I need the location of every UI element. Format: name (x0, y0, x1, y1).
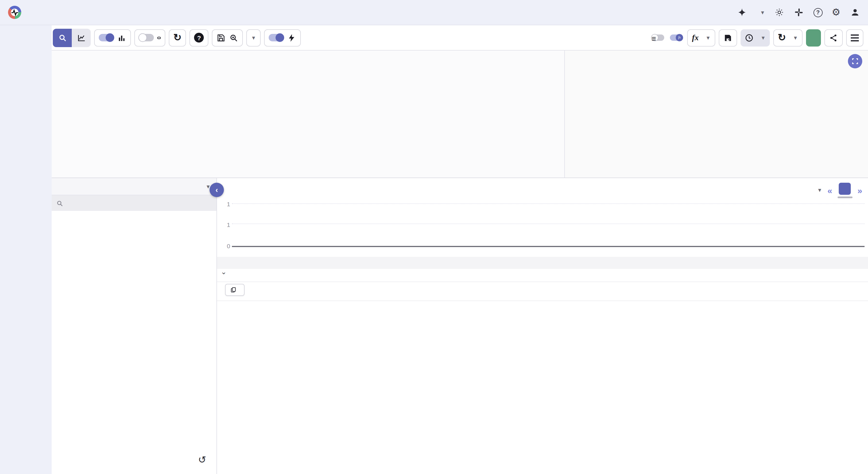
prev-page-icon[interactable]: « (828, 186, 832, 195)
query-help-button[interactable]: ? (190, 29, 209, 46)
field-search (52, 195, 216, 211)
search-star-icon (229, 33, 239, 42)
share-link-button[interactable] (825, 29, 843, 46)
query-editor-pane[interactable] (52, 51, 564, 178)
field-search-input[interactable] (67, 199, 181, 207)
search-tab-button[interactable] (53, 28, 72, 47)
help-icon[interactable]: ? (813, 8, 823, 17)
histogram-plot[interactable]: 1 1 0 (232, 203, 865, 247)
fields-list (52, 211, 216, 216)
save-search-icon (217, 33, 226, 42)
bar-chart-icon (117, 33, 126, 42)
row-detail-panel (217, 282, 868, 301)
chevron-down-icon: ▼ (761, 35, 766, 40)
vrl-function-editor[interactable] (564, 51, 868, 178)
save-icon (723, 33, 733, 42)
per-page-selector[interactable]: ▼ (815, 187, 823, 193)
clock-icon (745, 33, 754, 42)
quick-mode-toggle[interactable] (269, 34, 284, 41)
saved-search-dropdown-button[interactable]: ▼ (247, 29, 261, 46)
chevron-down-icon: ▼ (760, 9, 765, 15)
more-menu-button[interactable] (846, 29, 863, 46)
collapse-fields-panel-icon[interactable]: ‹ (210, 183, 224, 197)
chevron-down-icon: ▼ (793, 35, 798, 40)
query-editor-zone (52, 51, 868, 178)
collapse-row-chevron-icon[interactable]: › (220, 271, 228, 279)
function-dropdown[interactable]: fx ▼ (687, 29, 715, 46)
reset-query-button[interactable]: ↻ (169, 29, 186, 46)
sql-mode-toggle[interactable] (139, 34, 154, 41)
histogram-xlabels (232, 247, 865, 257)
openobserve-logo (8, 6, 25, 19)
hamburger-icon (851, 34, 859, 41)
quick-mode-toggle-group[interactable] (264, 29, 301, 46)
saved-searches-button[interactable] (212, 29, 243, 46)
sql-mode-toggle-group[interactable] (134, 29, 165, 46)
y-axis-tick: 1 (223, 221, 230, 228)
fx-icon: fx (692, 33, 699, 42)
share-icon (829, 33, 838, 42)
refresh-fields-icon[interactable]: ↻ (198, 454, 206, 466)
search-icon (56, 200, 63, 207)
lightning-icon (287, 33, 296, 42)
copy-icon (230, 287, 237, 293)
sql-icon (157, 36, 161, 39)
log-table: › (217, 257, 868, 474)
y-axis-tick: 1 (223, 201, 230, 207)
table-row-expanded[interactable]: › (217, 269, 868, 282)
chevron-down-icon: ▼ (706, 35, 711, 40)
openobserve-logs-page: ▼ ? ⚙ (0, 0, 868, 474)
openobserve-logo-icon (8, 6, 21, 19)
chevron-down-icon: ▼ (817, 187, 823, 193)
logs-toolbar: ↻ ? ▼ ≡ fx (52, 25, 868, 51)
wrap-lines-toggle[interactable]: ≡ (652, 34, 664, 41)
sidebar-nav (0, 25, 52, 474)
org-selector[interactable]: ▼ (756, 9, 765, 15)
next-page-icon[interactable]: » (857, 186, 862, 195)
histogram-toggle[interactable] (99, 34, 114, 41)
settings-gear-icon[interactable]: ⚙ (832, 7, 841, 17)
stream-selector[interactable]: ▼ (52, 178, 216, 195)
pagination-scrollbar[interactable] (837, 196, 852, 198)
function-editor-toggle[interactable]: fx (670, 34, 683, 41)
slack-icon[interactable] (794, 7, 804, 18)
visualize-tab-button[interactable] (72, 28, 91, 47)
y-axis-tick: 0 (223, 242, 230, 249)
theme-toggle-sun-icon[interactable] (774, 7, 785, 18)
run-query-button[interactable] (806, 29, 821, 46)
table-header (217, 257, 868, 269)
profile-icon[interactable] (849, 7, 860, 18)
pagination: ▼ « » (815, 182, 862, 198)
search-mode-switch (53, 28, 91, 47)
results-summary-row: ▼ « » (217, 178, 868, 202)
chevron-down-icon: ▼ (251, 35, 256, 40)
auto-refresh-selector[interactable]: ↻ ▼ (773, 29, 803, 46)
refresh-interval-icon: ↻ (778, 33, 786, 42)
top-header: ▼ ? ⚙ (0, 0, 868, 25)
events-histogram[interactable]: 1 1 0 (217, 202, 868, 257)
reset-icon: ↻ (174, 33, 182, 42)
save-function-button[interactable] (719, 29, 737, 46)
page-number-button[interactable] (839, 182, 851, 195)
copy-to-clipboard-button[interactable] (225, 284, 245, 296)
ai-sparkle-icon[interactable] (737, 7, 747, 18)
results-area: ‹ ▼ « » (217, 178, 868, 474)
fields-panel: ▼ ↻ (52, 178, 217, 474)
histogram-toggle-group[interactable] (94, 29, 131, 46)
question-icon: ? (194, 33, 204, 42)
fullscreen-icon[interactable] (848, 54, 862, 68)
time-range-selector[interactable]: ▼ (741, 29, 770, 46)
